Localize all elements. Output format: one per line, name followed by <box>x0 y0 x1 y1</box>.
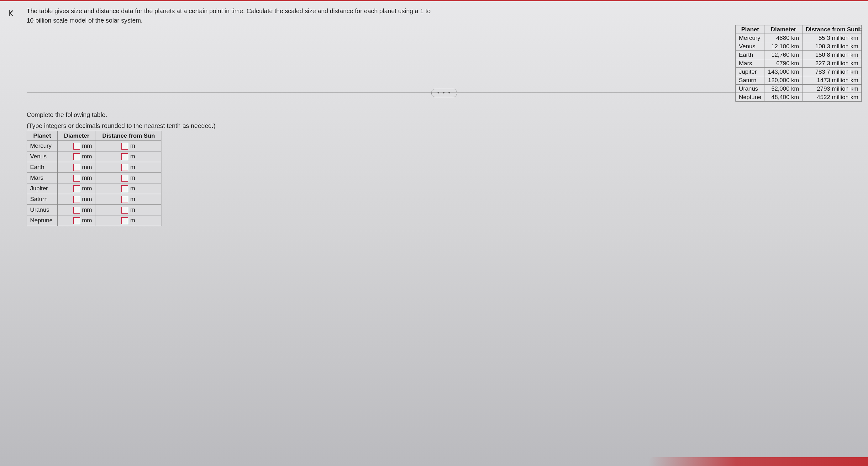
distance-cell: 1473 million km <box>803 76 862 85</box>
diameter-unit-label: mm <box>82 142 92 149</box>
diameter-unit-label: mm <box>82 153 92 159</box>
diameter-cell: 52,000 km <box>765 85 802 93</box>
answer-diameter-cell: mm <box>58 141 96 151</box>
distance-input[interactable] <box>121 196 128 203</box>
answer-planet-cell: Jupiter <box>27 183 58 194</box>
answer-header-planet: Planet <box>27 131 58 141</box>
table-row: Uranus52,000 km2793 million km <box>735 85 861 93</box>
answer-planet-cell: Uranus <box>27 204 58 215</box>
distance-unit-label: m <box>130 217 135 224</box>
table-row: Marsmmm <box>27 173 161 183</box>
diameter-input[interactable] <box>73 153 80 160</box>
bottom-accent <box>649 457 868 466</box>
distance-input[interactable] <box>121 143 128 150</box>
distance-cell: 783.7 million km <box>803 68 862 76</box>
planet-name-cell: Earth <box>735 51 765 59</box>
planet-name-cell: Saturn <box>735 76 765 85</box>
distance-cell: 55.3 million km <box>803 34 862 42</box>
answer-diameter-cell: mm <box>58 173 96 183</box>
diameter-unit-label: mm <box>82 196 92 202</box>
planet-name-cell: Jupiter <box>735 68 765 76</box>
expand-table-icon[interactable] <box>858 26 863 32</box>
planet-name-cell: Uranus <box>735 85 765 93</box>
distance-input[interactable] <box>121 153 128 160</box>
diameter-input[interactable] <box>73 164 80 171</box>
distance-cell: 227.3 million km <box>803 59 862 68</box>
diameter-input[interactable] <box>73 143 80 150</box>
diameter-input[interactable] <box>73 175 80 181</box>
table-row: Mercurymmm <box>27 141 161 151</box>
answer-diameter-cell: mm <box>58 194 96 204</box>
distance-input[interactable] <box>121 185 128 192</box>
answer-planet-cell: Mercury <box>27 141 58 151</box>
header-distance: Distance from Sun <box>803 25 862 34</box>
answer-planet-cell: Saturn <box>27 194 58 204</box>
distance-cell: 4522 million km <box>803 93 862 101</box>
answer-distance-cell: m <box>96 194 161 204</box>
distance-input[interactable] <box>121 217 128 224</box>
answer-distance-cell: m <box>96 151 161 162</box>
table-row: Mercury4880 km55.3 million km <box>735 34 861 42</box>
table-row: Earth12,760 km150.8 million km <box>735 51 861 59</box>
table-row: Neptunemmm <box>27 215 161 226</box>
table-row: Saturnmmm <box>27 194 161 204</box>
table-row: Venus12,100 km108.3 million km <box>735 42 861 51</box>
answer-planet-cell: Earth <box>27 162 58 173</box>
answer-diameter-cell: mm <box>58 183 96 194</box>
table-row: Venusmmm <box>27 151 161 162</box>
planet-data-table: Planet Diameter Distance from Sun Mercur… <box>735 25 862 101</box>
answer-distance-cell: m <box>96 173 161 183</box>
distance-cell: 108.3 million km <box>803 42 862 51</box>
answer-distance-cell: m <box>96 215 161 226</box>
distance-unit-label: m <box>130 153 135 159</box>
distance-input[interactable] <box>121 175 128 181</box>
planet-name-cell: Venus <box>735 42 765 51</box>
table-row: Jupiter143,000 km783.7 million km <box>735 68 861 76</box>
diameter-cell: 120,000 km <box>765 76 802 85</box>
answer-diameter-cell: mm <box>58 162 96 173</box>
distance-cell: 2793 million km <box>803 85 862 93</box>
diameter-unit-label: mm <box>82 164 92 170</box>
problem-statement: The table gives size and distance data f… <box>27 6 431 25</box>
distance-input[interactable] <box>121 207 128 213</box>
answer-planet-cell: Venus <box>27 151 58 162</box>
diameter-unit-label: mm <box>82 206 92 213</box>
distance-unit-label: m <box>130 142 135 149</box>
answer-distance-cell: m <box>96 162 161 173</box>
diameter-cell: 48,400 km <box>765 93 802 101</box>
answer-header-distance: Distance from Sun <box>96 131 161 141</box>
distance-input[interactable] <box>121 164 128 171</box>
diameter-input[interactable] <box>73 217 80 224</box>
header-planet: Planet <box>735 25 765 34</box>
diameter-unit-label: mm <box>82 174 92 181</box>
answer-distance-cell: m <box>96 204 161 215</box>
diameter-unit-label: mm <box>82 185 92 192</box>
diameter-input[interactable] <box>73 207 80 213</box>
planet-name-cell: Mars <box>735 59 765 68</box>
answer-header-diameter: Diameter <box>58 131 96 141</box>
back-arrow-icon <box>7 9 16 18</box>
table-row: Earthmmm <box>27 162 161 173</box>
table-row: Mars6790 km227.3 million km <box>735 59 861 68</box>
answer-instructions: (Type integers or decimals rounded to th… <box>27 122 216 129</box>
distance-unit-label: m <box>130 196 135 202</box>
svg-rect-1 <box>858 27 862 31</box>
header-diameter: Diameter <box>765 25 802 34</box>
expand-dots-button[interactable]: • • • <box>431 89 457 97</box>
distance-unit-label: m <box>130 164 135 170</box>
distance-cell: 150.8 million km <box>803 51 862 59</box>
answer-diameter-cell: mm <box>58 151 96 162</box>
complete-table-label: Complete the following table. <box>27 111 216 119</box>
diameter-input[interactable] <box>73 185 80 192</box>
answer-distance-cell: m <box>96 141 161 151</box>
diameter-cell: 12,760 km <box>765 51 802 59</box>
back-button[interactable] <box>6 7 18 20</box>
distance-unit-label: m <box>130 185 135 192</box>
diameter-input[interactable] <box>73 196 80 203</box>
diameter-cell: 4880 km <box>765 34 802 42</box>
top-accent-bar <box>0 0 868 1</box>
diameter-cell: 143,000 km <box>765 68 802 76</box>
table-row: Saturn120,000 km1473 million km <box>735 76 861 85</box>
diameter-cell: 6790 km <box>765 59 802 68</box>
section-divider: • • • <box>27 92 862 93</box>
